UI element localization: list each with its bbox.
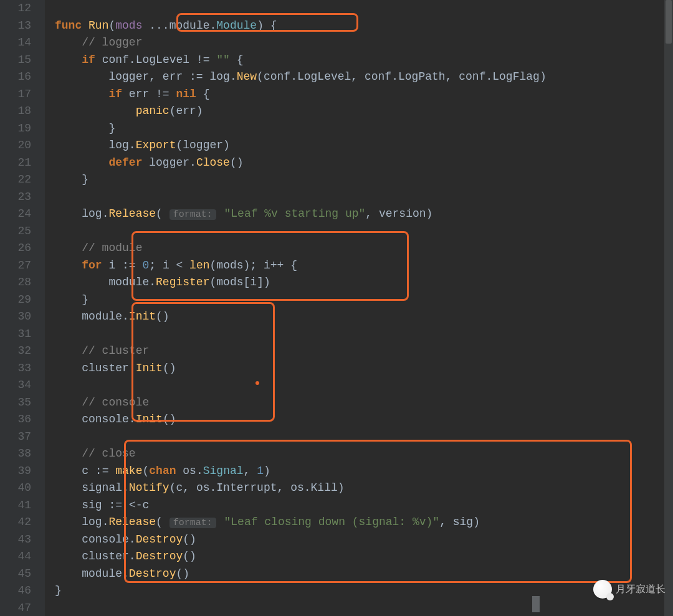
watermark-text: 月牙寂道长 (616, 580, 666, 598)
line-number: 13 (0, 17, 45, 35)
code-line[interactable]: sig := <-c (55, 497, 673, 514)
code-line[interactable]: log.Release( format: "Leaf %v starting u… (55, 206, 673, 223)
code-line[interactable]: // cluster (55, 343, 673, 360)
code-area[interactable]: func Run(mods ...module.Module) { // log… (52, 0, 673, 616)
line-number: 28 (0, 274, 45, 291)
line-number: 24 (0, 206, 45, 223)
line-number: 26 (0, 240, 45, 257)
code-line[interactable] (55, 326, 673, 343)
scrollbar-thumb[interactable] (666, 0, 672, 44)
line-number: 31 (0, 326, 45, 343)
code-line[interactable]: // module (55, 240, 673, 257)
line-number: 21 (0, 154, 45, 172)
code-line[interactable]: cluster.Destroy() (55, 548, 673, 566)
code-line[interactable] (55, 377, 673, 394)
code-line[interactable]: } (55, 582, 673, 600)
line-number: 29 (0, 291, 45, 309)
code-line[interactable]: panic(err) (55, 103, 673, 120)
line-number: 39 (0, 463, 45, 480)
line-number: 37 (0, 429, 45, 446)
line-number: 42 (0, 514, 45, 531)
code-line[interactable]: module.Register(mods[i]) (55, 274, 673, 291)
line-number: 14 (0, 34, 45, 52)
line-number: 18 (0, 103, 45, 120)
line-number-gutter: 1213141516171819202122232425262728293031… (0, 0, 45, 616)
code-line[interactable] (55, 600, 673, 617)
line-number: 19 (0, 120, 45, 138)
code-line[interactable]: module.Init() (55, 308, 673, 326)
line-number: 41 (0, 497, 45, 514)
line-number: 33 (0, 360, 45, 377)
code-line[interactable] (55, 189, 673, 206)
line-number: 27 (0, 257, 45, 275)
line-number: 12 (0, 0, 45, 17)
code-line[interactable]: } (55, 291, 673, 309)
code-line[interactable]: // close (55, 445, 673, 463)
line-number: 20 (0, 137, 45, 154)
code-line[interactable]: func Run(mods ...module.Module) { (55, 17, 673, 35)
code-line[interactable]: defer logger.Close() (55, 154, 673, 172)
line-number: 23 (0, 189, 45, 206)
code-line[interactable]: console.Destroy() (55, 531, 673, 549)
watermark: 月牙寂道长 (593, 580, 666, 599)
line-number: 17 (0, 86, 45, 103)
line-number: 47 (0, 600, 45, 617)
line-number: 40 (0, 480, 45, 497)
line-number: 35 (0, 394, 45, 412)
code-line[interactable]: // logger (55, 34, 673, 52)
code-line[interactable] (55, 223, 673, 240)
line-number: 22 (0, 171, 45, 189)
line-number: 38 (0, 445, 45, 463)
code-line[interactable] (55, 0, 673, 17)
line-number: 46 (0, 582, 45, 600)
vertical-scrollbar[interactable] (664, 0, 673, 616)
line-number: 32 (0, 343, 45, 360)
code-line[interactable]: signal.Notify(c, os.Interrupt, os.Kill) (55, 480, 673, 497)
code-line[interactable]: if err != nil { (55, 86, 673, 103)
code-line[interactable]: } (55, 120, 673, 138)
line-number: 45 (0, 566, 45, 583)
line-number: 36 (0, 411, 45, 429)
code-line[interactable]: c := make(chan os.Signal, 1) (55, 463, 673, 480)
code-line[interactable]: // console (55, 394, 673, 412)
line-number: 16 (0, 69, 45, 86)
code-line[interactable]: logger, err := log.New(conf.LogLevel, co… (55, 69, 673, 86)
wechat-icon (593, 580, 612, 599)
fold-strip (45, 0, 52, 616)
code-line[interactable]: for i := 0; i < len(mods); i++ { (55, 257, 673, 275)
code-line[interactable]: module.Destroy() (55, 566, 673, 583)
inline-param-hint: format: (169, 209, 216, 220)
code-line[interactable]: log.Export(logger) (55, 137, 673, 154)
line-number: 44 (0, 548, 45, 566)
code-line[interactable]: } (55, 171, 673, 189)
line-number: 25 (0, 223, 45, 240)
line-number: 30 (0, 308, 45, 326)
code-line[interactable]: log.Release( format: "Leaf closing down … (55, 514, 673, 531)
line-number: 43 (0, 531, 45, 549)
highlight-dot (255, 381, 259, 385)
code-line[interactable]: console.Init() (55, 411, 673, 429)
line-number: 15 (0, 52, 45, 69)
inline-param-hint: format: (169, 518, 216, 528)
line-number: 34 (0, 377, 45, 394)
code-line[interactable] (55, 429, 673, 446)
code-line[interactable]: if conf.LogLevel != "" { (55, 52, 673, 69)
code-line[interactable]: cluster.Init() (55, 360, 673, 377)
code-editor[interactable]: 1213141516171819202122232425262728293031… (0, 0, 673, 616)
